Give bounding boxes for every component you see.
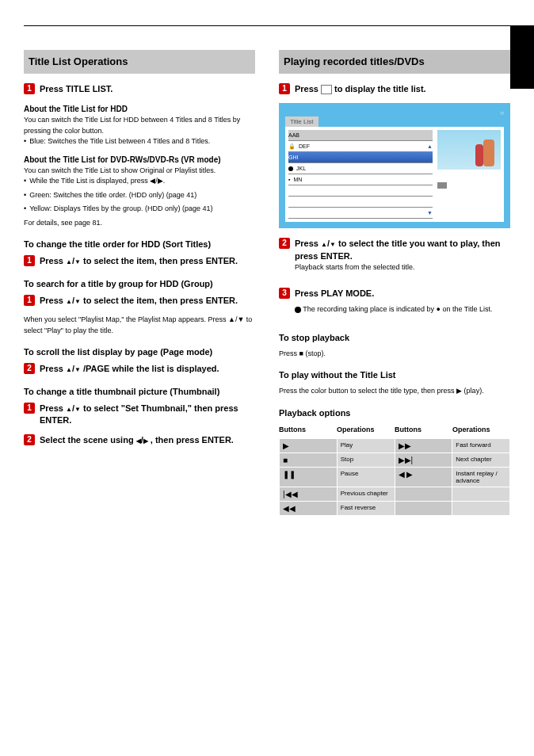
step-label: Press bbox=[40, 296, 66, 305]
recording-dot-icon bbox=[295, 307, 301, 313]
note-title: About the Title List for DVD-RWs/DVD-Rs … bbox=[24, 154, 255, 166]
control-label-cell: Fast reverse bbox=[337, 501, 395, 515]
control-label-cell: Next chapter bbox=[452, 452, 510, 467]
controls-title: Playback options bbox=[279, 408, 510, 418]
step-after: Playback starts from the selected title. bbox=[295, 262, 510, 273]
right-column: Playing recorded titles/DVDs 1 Press to … bbox=[279, 50, 510, 516]
table-row: ■ Stop ▶▶| Next chapter bbox=[280, 452, 510, 467]
thumbnail-preview bbox=[437, 130, 501, 170]
control-label-cell: Fast forward bbox=[452, 438, 510, 452]
next-chapter-icon: ▶▶| bbox=[399, 456, 414, 464]
step-number-icon: 1 bbox=[24, 255, 35, 266]
step-label: Press bbox=[40, 364, 66, 373]
group-heading: To search for a title by group for HDD (… bbox=[24, 279, 255, 288]
shot-tab: Title List bbox=[285, 116, 318, 127]
figure-icon bbox=[483, 139, 494, 166]
freeze-body: Press the color button to select the tit… bbox=[279, 386, 510, 397]
step-tail: , then press ENTER. bbox=[151, 435, 234, 445]
title-list-screenshot: ○ Title List AAB 🔒DEF▲ GHI JKL ▪MN ▼ bbox=[279, 103, 510, 228]
arrow-up-icon bbox=[66, 364, 72, 373]
left-column: Title List Operations 1 Press TITLE LIST… bbox=[24, 50, 255, 516]
step-number-icon: 1 bbox=[279, 83, 290, 94]
group-note: When you select "Playlist Map," the Play… bbox=[24, 315, 255, 336]
step-text: Press to display the title list. bbox=[295, 83, 510, 95]
figure-icon bbox=[475, 144, 483, 166]
step-text: Press / to select "Set Thumbnail," then … bbox=[40, 403, 255, 427]
replay-advance-icon: ◀ ▶ bbox=[399, 470, 414, 479]
arrow-left-icon bbox=[136, 435, 141, 445]
control-button-cell bbox=[395, 501, 452, 515]
list-item-selected[interactable]: GHI bbox=[288, 152, 433, 163]
freeze-heading: To play without the Title List bbox=[279, 370, 510, 380]
list-item[interactable]: AAB bbox=[288, 130, 433, 141]
step-number-icon: 1 bbox=[24, 403, 35, 414]
thumb-heading: To change a title thumbnail picture (Thu… bbox=[24, 387, 255, 396]
step-text: Press PLAY MODE. The recording taking pl… bbox=[295, 288, 510, 322]
thumb-step-1: 1 Press / to select "Set Thumbnail," the… bbox=[24, 403, 255, 427]
step-text: Press TITLE LIST. bbox=[40, 83, 255, 95]
bullet-item: While the Title List is displayed, press… bbox=[24, 176, 255, 187]
arrow-up-icon bbox=[66, 256, 72, 265]
arrow-up-icon bbox=[321, 239, 327, 248]
stop-body: Press ■ (stop). bbox=[279, 349, 510, 360]
step-number-icon: 2 bbox=[24, 363, 35, 374]
table-row: |◀◀ Previous chapter bbox=[280, 487, 510, 501]
table-row: ❚❚ Pause ◀ ▶ Instant replay / advance bbox=[280, 467, 510, 487]
scroll-heading: To scroll the list display by page (Page… bbox=[24, 347, 255, 357]
scroll-up-icon[interactable]: ▲ bbox=[427, 143, 433, 149]
note-block: About the Title List for HDD You can swi… bbox=[24, 103, 255, 147]
control-button-cell: ◀◀ bbox=[280, 501, 338, 515]
step-text: Press / /PAGE while the list is displaye… bbox=[40, 363, 255, 375]
list-item[interactable]: 🔒DEF▲ bbox=[288, 141, 433, 152]
list-item[interactable] bbox=[288, 197, 433, 208]
control-label-cell: Previous chapter bbox=[337, 487, 395, 501]
arrow-down-icon bbox=[330, 239, 336, 248]
scroll-down-icon[interactable]: ▼ bbox=[427, 210, 433, 216]
prev-chapter-icon: |◀◀ bbox=[283, 490, 298, 498]
controls-table: ▶ Play ▶▶ Fast forward ■ Stop ▶▶| Next c… bbox=[279, 438, 510, 516]
step-number-icon: 1 bbox=[24, 83, 35, 94]
step-number-icon: 2 bbox=[24, 434, 35, 445]
lock-icon: 🔒 bbox=[288, 143, 296, 150]
pause-icon: ❚❚ bbox=[283, 470, 296, 479]
step-label: Press bbox=[295, 239, 321, 248]
stop-icon: ■ bbox=[283, 456, 294, 464]
list-item[interactable] bbox=[288, 185, 433, 197]
control-button-cell: ▶ bbox=[280, 438, 338, 452]
list-item[interactable]: JKL bbox=[288, 163, 433, 174]
sort-heading: To change the title order for HDD (Sort … bbox=[24, 239, 255, 249]
arrow-up-icon bbox=[66, 403, 72, 413]
top-rule bbox=[24, 25, 510, 26]
note-body: You can switch the Title List for HDD be… bbox=[24, 115, 255, 136]
note-title: About the Title List for HDD bbox=[24, 103, 255, 115]
step-number-icon: 1 bbox=[24, 295, 35, 306]
sort-step: 1 Press / Press ▲/▼ to select the item, … bbox=[24, 255, 255, 267]
step-note: The recording taking place is indicated … bbox=[295, 304, 510, 315]
control-button-cell: ❚❚ bbox=[280, 467, 338, 487]
list-item[interactable]: ▼ bbox=[288, 208, 433, 219]
control-button-cell: ■ bbox=[280, 452, 338, 467]
bullet-item: Green: Switches the title order. (HDD on… bbox=[24, 190, 255, 201]
side-tab bbox=[510, 25, 534, 89]
stop-heading: To stop playback bbox=[279, 333, 510, 342]
left-section-header: Title List Operations bbox=[24, 50, 255, 74]
shot-side bbox=[437, 130, 501, 219]
recording-dot-icon bbox=[288, 166, 293, 171]
step-text: Select the scene using / , then press EN… bbox=[40, 434, 255, 446]
thumb-step-2: 2 Select the scene using / , then press … bbox=[24, 434, 255, 446]
fast-reverse-icon: ◀◀ bbox=[283, 504, 296, 513]
control-button-cell: ▶▶ bbox=[395, 438, 452, 452]
step-tail: /PAGE while the list is displayed. bbox=[83, 364, 219, 373]
box-icon: ▪ bbox=[288, 177, 290, 182]
shot-list: AAB 🔒DEF▲ GHI JKL ▪MN ▼ bbox=[288, 130, 433, 219]
control-button-cell bbox=[395, 487, 452, 501]
control-label-cell: Instant replay / advance bbox=[452, 467, 510, 487]
play-icon: ▶ bbox=[283, 441, 294, 450]
controls-header: Buttons Operations Buttons Operations bbox=[279, 426, 510, 433]
note-block: About the Title List for DVD-RWs/DVD-Rs … bbox=[24, 154, 255, 229]
control-label-cell bbox=[452, 501, 510, 515]
arrow-down-icon bbox=[74, 296, 81, 305]
right-step-1: 1 Press to display the title list. bbox=[279, 83, 510, 95]
list-item[interactable]: ▪MN bbox=[288, 174, 433, 185]
shot-top: ○ bbox=[285, 109, 504, 116]
